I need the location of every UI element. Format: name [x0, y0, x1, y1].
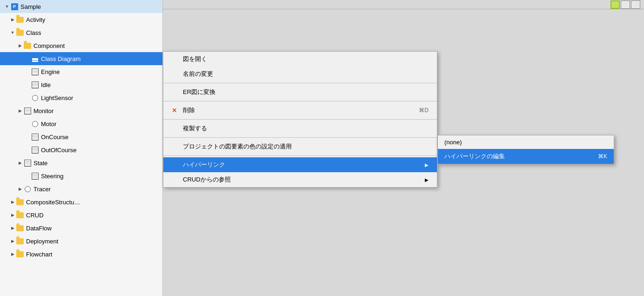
tree-arrow-lightsensor[interactable]: [24, 94, 31, 101]
menu-separator: [163, 83, 437, 83]
tree-item-idle[interactable]: Idle: [0, 78, 162, 91]
tree-icon-table: [31, 172, 39, 180]
tree-item-steering[interactable]: Steering: [0, 169, 162, 182]
menu-label-delete: 削除: [183, 106, 400, 114]
tree-item-monitor[interactable]: ▶Monitor: [0, 104, 162, 117]
tree-label-deployment: Deployment: [26, 238, 162, 245]
tree-arrow-dataflow[interactable]: ▶: [9, 225, 16, 231]
tree-item-flowchart[interactable]: ▶Flowchart: [0, 248, 162, 261]
tree-icon-folder: [16, 28, 24, 37]
menu-item-crud-ref[interactable]: CRUDからの参照▶: [163, 172, 437, 187]
submenu-label-edit-hyperlink: ハイパーリンクの編集: [444, 152, 505, 161]
menu-separator: [163, 155, 437, 156]
tree-icon-folder: [16, 211, 24, 219]
tree-arrow-sample[interactable]: ▼: [4, 3, 10, 10]
tree-icon-table: [31, 67, 39, 76]
tree-arrow-idle[interactable]: [24, 81, 31, 88]
tree-icon-circle: [31, 120, 39, 128]
tree-arrow-classdiagram[interactable]: [24, 55, 31, 62]
tree-icon-table: [23, 107, 32, 115]
context-menu: 図を開く名前の変更ER図に変換✕削除⌘D複製するプロジェクトの図要素の色の設定の…: [163, 51, 437, 188]
tree-item-state[interactable]: ▶State: [0, 156, 162, 169]
menu-item-convert[interactable]: ER図に変換: [163, 85, 437, 100]
tree-arrow-activity[interactable]: ▶: [9, 16, 16, 23]
menu-label-convert: ER図に変換: [183, 88, 429, 96]
tree-item-sample[interactable]: ▼PSample: [0, 0, 162, 13]
tree-item-classdiagram[interactable]: Class Diagram: [0, 52, 162, 65]
tree-arrow-monitor[interactable]: ▶: [17, 108, 23, 114]
menu-item-hyperlink[interactable]: ハイパーリンク▶: [163, 157, 437, 172]
menu-label-apply-color: プロジェクトの図要素の色の設定の適用: [183, 142, 429, 151]
tree-label-activity: Activity: [26, 16, 162, 23]
tree-arrow-oncourse[interactable]: [24, 134, 31, 140]
tree-item-tracer[interactable]: ▶Tracer: [0, 182, 162, 195]
tree-arrow-class[interactable]: ▼: [9, 29, 16, 36]
tree-label-state: State: [34, 160, 162, 167]
tree-arrow-steering[interactable]: [24, 173, 31, 179]
tree-icon-folder: [16, 224, 24, 232]
tree-item-lightsensor[interactable]: LightSensor: [0, 91, 162, 104]
tree-item-dataflow[interactable]: ▶DataFlow: [0, 222, 162, 235]
tree-item-deployment[interactable]: ▶Deployment: [0, 235, 162, 248]
tree-arrow-engine[interactable]: [24, 68, 31, 75]
menu-item-delete[interactable]: ✕削除⌘D: [163, 103, 437, 118]
menu-shortcut-delete: ⌘D: [419, 107, 429, 114]
tree-arrow-deployment[interactable]: ▶: [9, 238, 16, 244]
submenu-item-none[interactable]: (none): [438, 135, 614, 149]
tree-item-outofcourse[interactable]: OutOfCourse: [0, 143, 162, 156]
tree-item-compositestruct[interactable]: ▶CompositeStructu…: [0, 195, 162, 209]
tree-arrow-crud[interactable]: ▶: [9, 212, 16, 218]
menu-label-open: 図を開く: [183, 55, 429, 63]
tree-icon-folder: [16, 237, 24, 245]
tree-item-crud[interactable]: ▶CRUD: [0, 209, 162, 222]
toolbar-btn-1[interactable]: [621, 0, 630, 9]
tree-label-dataflow: DataFlow: [26, 225, 162, 232]
tree-arrow-flowchart[interactable]: ▶: [9, 251, 16, 257]
menu-separator: [163, 101, 437, 101]
tree-label-component: Component: [34, 42, 162, 49]
submenu-item-edit-hyperlink[interactable]: ハイパーリンクの編集⌘K: [438, 149, 614, 164]
tree-label-oncourse: OnCourse: [41, 134, 162, 141]
menu-icon-delete: ✕: [172, 107, 180, 114]
tree-item-engine[interactable]: Engine: [0, 65, 162, 78]
menu-separator: [163, 137, 437, 138]
tree-icon-circle: [31, 94, 39, 102]
menu-item-open[interactable]: 図を開く: [163, 52, 437, 67]
toolbar-btn-2[interactable]: [631, 0, 640, 9]
tree-icon-classdiagram: [31, 54, 39, 63]
tree-label-classdiagram: Class Diagram: [41, 55, 162, 62]
tree-icon-table: [31, 133, 39, 141]
tree-item-component[interactable]: ▶Component: [0, 39, 162, 52]
tree-arrow-compositestruct[interactable]: ▶: [9, 199, 16, 205]
tree-item-oncourse[interactable]: OnCourse: [0, 130, 162, 143]
tree-arrow-motor[interactable]: [24, 121, 31, 127]
tree-item-motor[interactable]: Motor: [0, 117, 162, 130]
menu-item-duplicate[interactable]: 複製する: [163, 121, 437, 136]
tree-label-compositestruct: CompositeStructu…: [26, 199, 162, 206]
menu-item-rename[interactable]: 名前の変更: [163, 67, 437, 81]
tree-label-monitor: Monitor: [34, 108, 162, 114]
tree-item-class[interactable]: ▼Class: [0, 26, 162, 39]
tree-label-steering: Steering: [41, 173, 162, 180]
tree-icon-folder: [16, 250, 24, 258]
tree-icon-package: P: [10, 2, 19, 11]
tree-label-flowchart: Flowchart: [26, 251, 162, 258]
toolbar-btn-active[interactable]: [610, 0, 620, 9]
tree-item-activity[interactable]: ▶Activity: [0, 13, 162, 26]
menu-label-crud-ref: CRUDからの参照: [183, 175, 421, 184]
tree-arrow-tracer[interactable]: ▶: [17, 186, 23, 192]
tree-label-tracer: Tracer: [34, 186, 162, 193]
tree-arrow-outofcourse[interactable]: [24, 147, 31, 153]
right-panel: 図を開く名前の変更ER図に変換✕削除⌘D複製するプロジェクトの図要素の色の設定の…: [163, 0, 644, 296]
tree-icon-table: [31, 81, 39, 89]
tree-label-idle: Idle: [41, 81, 162, 88]
tree-label-motor: Motor: [41, 121, 162, 128]
tree-label-outofcourse: OutOfCourse: [41, 147, 162, 154]
menu-item-apply-color[interactable]: プロジェクトの図要素の色の設定の適用: [163, 139, 437, 154]
submenu-label-none: (none): [444, 139, 462, 146]
tree-icon-folder: [16, 198, 24, 206]
tree-arrow-component[interactable]: ▶: [17, 42, 23, 49]
submenu-shortcut-edit-hyperlink: ⌘K: [598, 153, 607, 160]
tree-icon-table: [23, 159, 32, 167]
tree-arrow-state[interactable]: ▶: [17, 160, 23, 166]
